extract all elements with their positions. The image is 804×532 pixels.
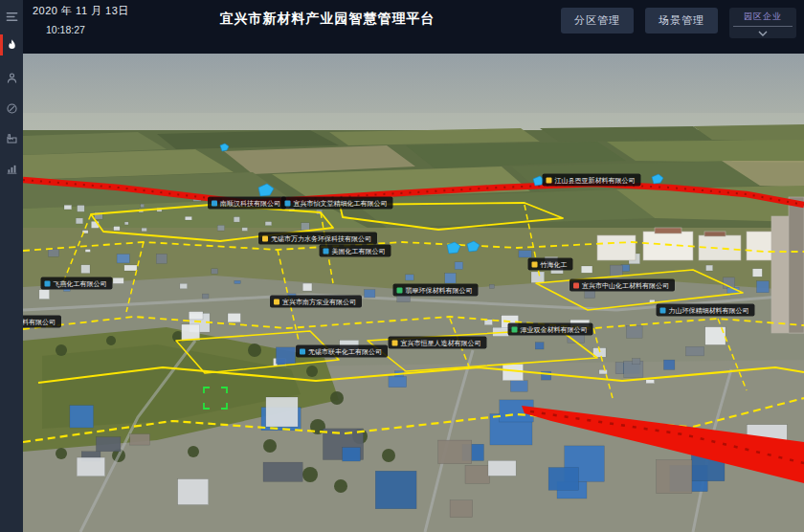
company-marker-icon — [300, 348, 305, 354]
company-label-text: 翡翠环保材料有限公司 — [406, 287, 473, 294]
company-marker-icon — [397, 287, 403, 293]
company-marker-icon — [512, 326, 518, 332]
sidebar-item-personnel[interactable] — [0, 65, 23, 90]
company-marker-icon — [274, 299, 279, 304]
company-label-text: 潭业双金材料有限公司 — [521, 326, 588, 333]
company-label[interactable]: 力山环保精细材料有限公司 — [657, 304, 755, 317]
topbar-actions: 分区管理 场景管理 园区企业 — [561, 8, 796, 38]
company-marker-icon — [212, 200, 217, 206]
company-label-text: 力山环保精细材料有限公司 — [669, 307, 749, 314]
chevron-down-icon — [733, 28, 793, 36]
page-title: 宜兴市新材料产业园智慧管理平台 — [23, 11, 632, 28]
company-labels-layer: 南顺汉科技有限公司宜兴市怡文堂精细化工有限公司无锡市万力水务环保科技有限公司美固… — [23, 54, 804, 532]
company-marker-icon — [324, 248, 329, 254]
company-label[interactable]: 无锡市联丰化工有限公司 — [296, 345, 388, 358]
company-label-text: 宜兴市恒星人造材有限公司 — [401, 340, 481, 346]
company-marker-icon — [392, 340, 398, 345]
company-label-text: 宜兴市怡文堂精细化工有限公司 — [294, 200, 388, 207]
active-indicator — [0, 34, 3, 55]
company-label[interactable]: 江山县恩亚新材料有限公司 — [543, 174, 641, 187]
monitor-icon — [6, 102, 18, 115]
company-label[interactable]: 宜兴市中山化工材料有限公司 — [570, 279, 675, 292]
company-label[interactable]: 美固化工有限公司 — [320, 245, 391, 257]
park-enterprise-dropdown[interactable]: 园区企业 — [729, 8, 796, 38]
company-label[interactable]: 飞燕化工有限公司 — [41, 277, 113, 290]
company-label[interactable]: 翡翠环保材料有限公司 — [393, 284, 479, 297]
sidebar — [0, 0, 23, 532]
company-marker-icon — [262, 235, 268, 241]
company-label-text: 无锡市联丰化工有限公司 — [308, 348, 382, 355]
company-label-text: 宜兴市恒力材料有限公司 — [23, 319, 56, 325]
company-marker-icon — [285, 200, 291, 206]
scene-management-button[interactable]: 场景管理 — [645, 8, 718, 33]
company-label[interactable]: 潭业双金材料有限公司 — [508, 323, 593, 336]
company-marker-icon — [45, 280, 51, 286]
menu-icon — [5, 10, 19, 24]
sidebar-item-factory[interactable] — [0, 125, 23, 150]
company-marker-icon — [573, 282, 579, 288]
person-icon — [6, 72, 18, 84]
company-label-text: 江山县恩亚新材料有限公司 — [555, 177, 636, 184]
company-label-text: 竹海化工 — [541, 261, 568, 268]
sidebar-item-statistics[interactable] — [0, 156, 23, 181]
zone-management-button[interactable]: 分区管理 — [561, 8, 634, 33]
topbar: 2020 年 11 月 13日 10:18:27 宜兴市新材料产业园智慧管理平台… — [23, 0, 804, 54]
company-label[interactable]: 宜兴市怡文堂精细化工有限公司 — [281, 197, 393, 210]
sidebar-item-fire-monitoring[interactable] — [0, 33, 23, 57]
sidebar-item-monitor[interactable] — [0, 96, 23, 121]
company-label-text: 飞燕化工有限公司 — [54, 280, 107, 287]
bar-chart-icon — [6, 163, 18, 175]
dropdown-label: 园区企业 — [733, 11, 793, 23]
factory-icon — [6, 132, 18, 144]
company-label[interactable]: 宜兴市南方泵业有限公司 — [270, 296, 362, 308]
company-label[interactable]: 竹海化工 — [528, 258, 573, 271]
company-marker-icon — [660, 307, 666, 313]
company-label[interactable]: 宜兴市恒星人造材有限公司 — [389, 337, 487, 349]
company-label-text: 美固化工有限公司 — [332, 248, 386, 255]
company-marker-icon — [532, 261, 538, 267]
company-label-text: 宜兴市南方泵业有限公司 — [282, 299, 356, 305]
company-label[interactable]: 宜兴市恒力材料有限公司 — [23, 316, 61, 328]
company-marker-icon — [547, 177, 552, 183]
map-3d-view[interactable]: 南顺汉科技有限公司宜兴市怡文堂精细化工有限公司无锡市万力水务环保科技有限公司美固… — [23, 54, 804, 532]
company-label-text: 宜兴市中山化工材料有限公司 — [582, 282, 669, 289]
flame-icon — [6, 38, 18, 52]
dropdown-divider — [733, 26, 793, 27]
company-label[interactable]: 南顺汉科技有限公司 — [208, 197, 286, 210]
company-label-text: 无锡市万力水务环保科技有限公司 — [271, 235, 371, 242]
menu-button[interactable] — [0, 4, 23, 29]
app-root: 2020 年 11 月 13日 10:18:27 宜兴市新材料产业园智慧管理平台… — [0, 0, 804, 532]
company-label[interactable]: 无锡市万力水务环保科技有限公司 — [258, 233, 377, 245]
company-label-text: 南顺汉科技有限公司 — [220, 200, 280, 207]
